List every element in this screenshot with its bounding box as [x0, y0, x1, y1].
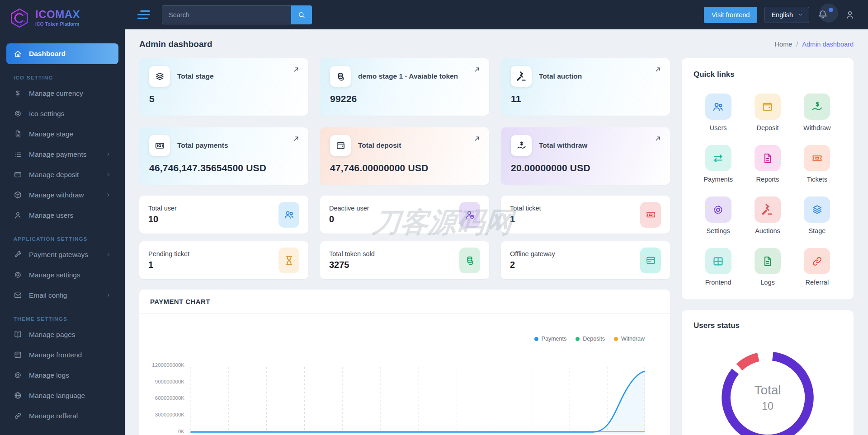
stat-card-offline-gateway[interactable]: Offline gateway 2: [501, 241, 670, 279]
sidebar-item-manage-stage[interactable]: Manage stage: [6, 124, 118, 144]
visit-frontend-button[interactable]: Visit frontend: [704, 7, 757, 23]
legend-item-withdraw[interactable]: Withdraw: [614, 336, 645, 342]
stat-card-demo-stage-1-avaiable-token[interactable]: demo stage 1 - Avaiable token 99226: [320, 58, 489, 116]
sidebar-item-manage-refferal[interactable]: Manage refferal: [6, 406, 118, 426]
gear-icon: [14, 371, 22, 379]
arrow-up-right-icon: [654, 65, 662, 74]
sidebar-item-label: Manage language: [29, 392, 85, 400]
users-status-donut[interactable]: Total 10: [716, 346, 820, 435]
notification-badge: [829, 8, 833, 12]
quick-link-referral[interactable]: Referral: [793, 248, 842, 286]
brand-tagline: ICO Token Platform: [35, 21, 80, 27]
arrow-up-right-icon: [654, 135, 662, 143]
sidebar-item-label: Dashboard: [29, 50, 66, 58]
sidebar-item-manage-withdraw[interactable]: Manage withdraw: [6, 185, 118, 205]
search-button[interactable]: [291, 5, 312, 24]
payment-chart-canvas: [190, 365, 646, 434]
breadcrumb-current[interactable]: Admin dashboard: [802, 41, 854, 48]
stat-card-total-token-sold[interactable]: Total token sold 3275: [320, 241, 489, 279]
stat-card-pending-ticket[interactable]: Pending ticket 1: [139, 241, 308, 279]
quick-link-auctions[interactable]: Auctions: [743, 196, 792, 234]
breadcrumb-home[interactable]: Home: [775, 41, 793, 48]
box-icon: [14, 191, 22, 199]
profile-button[interactable]: [844, 9, 855, 20]
quick-link-frontend[interactable]: Frontend: [693, 248, 743, 286]
stat-card-total-auction[interactable]: Total auction 11: [501, 58, 670, 116]
legend-label: Withdraw: [621, 336, 645, 342]
brand-name: ICOMAX: [35, 9, 80, 20]
quick-link-label: Deposit: [756, 124, 778, 131]
wallet-icon: [761, 101, 774, 113]
coins-icon: [335, 71, 346, 82]
brand[interactable]: ICOMAX ICO Token Platform: [0, 0, 125, 36]
sidebar-item-email-config[interactable]: Email config: [6, 285, 118, 305]
quick-link-deposit[interactable]: Deposit: [743, 94, 792, 131]
sidebar-item-manage-logs[interactable]: Manage logs: [6, 365, 118, 385]
sidebar-item-manage-language[interactable]: Manage language: [6, 385, 118, 406]
stat-card-total-ticket[interactable]: Total ticket 1: [501, 196, 670, 234]
notifications-button[interactable]: [816, 5, 837, 25]
grid-icon: [712, 255, 724, 267]
quick-link-withdraw[interactable]: Withdraw: [793, 94, 842, 131]
sidebar-item-manage-settings[interactable]: Manage settings: [6, 265, 118, 285]
stat-card-icon-box: [149, 135, 170, 156]
language-select[interactable]: English: [764, 7, 809, 23]
auction-icon: [761, 204, 774, 216]
quick-link-reports[interactable]: Reports: [743, 145, 792, 183]
quick-link-settings[interactable]: Settings: [693, 196, 743, 234]
sidebar-item-manage-payments[interactable]: Manage payments: [6, 144, 118, 164]
stat-card-icon-box: [330, 135, 351, 156]
sidebar-item-label: Manage users: [29, 211, 73, 220]
sidebar-item-label: Manage payments: [29, 150, 87, 159]
globe-icon: [14, 391, 22, 400]
stat-card-label: Pending ticket: [148, 250, 189, 257]
search-input[interactable]: [162, 5, 291, 24]
stat-card-total-stage[interactable]: Total stage 5: [139, 58, 308, 116]
stat-card-value: 3275: [329, 260, 375, 270]
stat-card-total-user[interactable]: Total user 10: [139, 196, 308, 234]
stat-card-value: 2: [510, 260, 555, 270]
stat-card-total-deposit[interactable]: Total deposit 47,746.00000000 USD: [320, 127, 489, 185]
users-status-title: Users status: [693, 321, 842, 330]
banknote-icon: [155, 140, 165, 151]
gear-icon: [14, 271, 22, 279]
quick-link-stage[interactable]: Stage: [793, 196, 842, 234]
stat-card-deactive-user[interactable]: Deactive user 0: [320, 196, 489, 234]
quick-link-logs[interactable]: Logs: [743, 248, 792, 286]
arrow-up-right-icon: [292, 135, 300, 143]
quick-link-label: Logs: [760, 279, 774, 286]
sidebar-item-manage-deposit[interactable]: Manage deposit: [6, 164, 118, 185]
quick-link-payments[interactable]: Payments: [693, 145, 743, 183]
chart-legend: Payments Deposits Withdraw: [534, 336, 645, 342]
stat-card-label: Total token sold: [329, 250, 375, 257]
quick-link-tickets[interactable]: Tickets: [793, 145, 842, 183]
quick-link-label: Payments: [703, 176, 732, 183]
sidebar-item-manage-pages[interactable]: Manage pages: [6, 324, 118, 345]
sidebar-item-manage-frontend[interactable]: Manage frontend: [6, 345, 118, 365]
breadcrumb-separator: /: [796, 41, 798, 48]
sidebar-item-manage-currency[interactable]: Manage currency: [6, 83, 118, 103]
donut-center-value: 10: [762, 400, 774, 412]
sidebar-item-manage-users[interactable]: Manage users: [6, 205, 118, 225]
y-axis-tick: 600000000K: [139, 395, 184, 401]
gear-icon: [14, 109, 22, 118]
sidebar: ICOMAX ICO Token Platform Dashboard ICO …: [0, 0, 125, 435]
ticket-icon: [811, 152, 823, 164]
quick-link-users[interactable]: Users: [693, 94, 743, 131]
legend-item-deposits[interactable]: Deposits: [576, 336, 605, 342]
quick-link-tile: [755, 248, 781, 274]
legend-label: Deposits: [583, 336, 605, 342]
topbar: Visit frontend English: [125, 0, 868, 29]
stat-card-total-payments[interactable]: Total payments 46,746,147.35654500 USD: [139, 127, 308, 185]
payment-chart-plot[interactable]: [190, 365, 646, 434]
legend-item-payments[interactable]: Payments: [534, 336, 567, 342]
quick-link-tile: [705, 94, 731, 120]
sidebar-item-ico-settings[interactable]: Ico settings: [6, 103, 118, 124]
sidebar-item-label: Manage logs: [29, 371, 69, 379]
sidebar-item-payment-gateways[interactable]: Payment gateways: [6, 244, 118, 265]
quick-link-tile: [804, 196, 830, 223]
menu-toggle-button[interactable]: [137, 8, 150, 21]
stat-card-icon-box: [640, 248, 661, 273]
sidebar-item-dashboard[interactable]: Dashboard: [6, 43, 118, 64]
stat-card-total-withdraw[interactable]: Total withdraw 20.00000000 USD: [501, 127, 670, 185]
